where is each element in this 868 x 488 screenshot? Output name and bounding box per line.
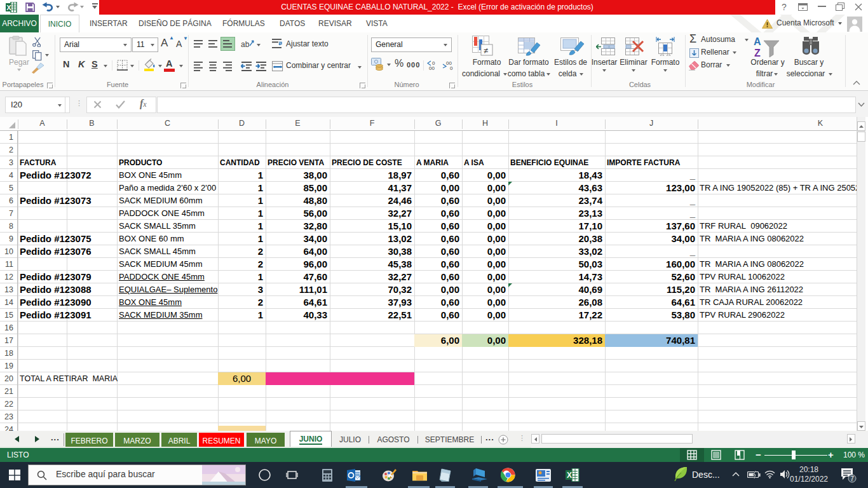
svg-text:00: 00: [429, 65, 435, 71]
svg-text:Z: Z: [754, 48, 761, 58]
svg-text:7: 7: [850, 475, 854, 482]
svg-text:A: A: [754, 36, 761, 47]
svg-text:X: X: [567, 471, 572, 480]
svg-text:≠: ≠: [484, 46, 488, 55]
svg-text:0: 0: [450, 65, 453, 71]
svg-text:X: X: [6, 4, 11, 11]
svg-text:ab: ab: [241, 40, 250, 49]
